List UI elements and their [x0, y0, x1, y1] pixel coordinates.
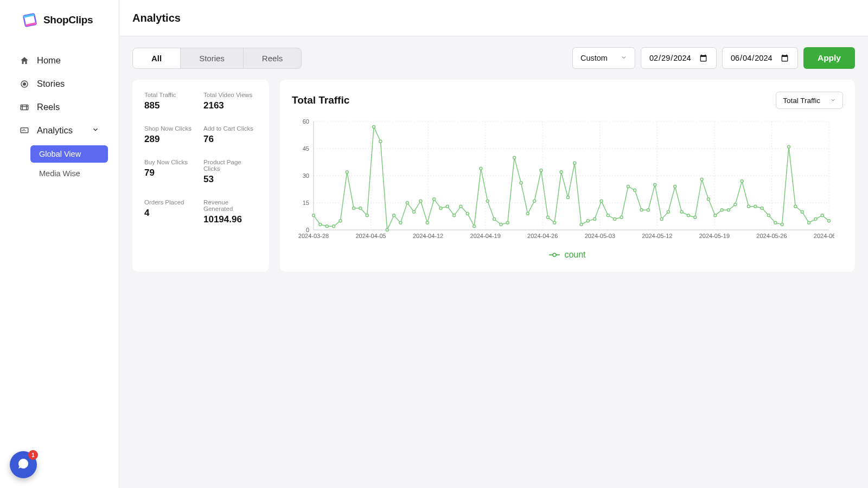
- svg-point-83: [674, 185, 676, 188]
- svg-text:60: 60: [303, 119, 309, 125]
- stat-shop-now: Shop Now Clicks289: [144, 125, 198, 145]
- svg-point-34: [346, 171, 348, 174]
- svg-point-87: [700, 178, 703, 181]
- nav-label: Analytics: [37, 125, 73, 136]
- subnav-media-wise[interactable]: Media Wise: [30, 165, 108, 182]
- film-icon: [22, 12, 38, 28]
- svg-point-38: [373, 126, 375, 129]
- date-end[interactable]: [722, 47, 798, 69]
- svg-text:30: 30: [303, 172, 309, 179]
- target-icon: [20, 79, 29, 89]
- stat-value: 4: [144, 208, 198, 219]
- stat-value: 76: [203, 134, 257, 145]
- topbar: Analytics: [119, 0, 868, 36]
- svg-text:15: 15: [303, 200, 309, 206]
- chevron-down-icon: [830, 97, 836, 105]
- svg-point-118: [553, 253, 556, 256]
- svg-point-91: [727, 209, 730, 211]
- svg-point-105: [821, 214, 824, 217]
- svg-point-32: [333, 225, 335, 228]
- chart-title: Total Traffic: [292, 94, 349, 106]
- sidebar-item-stories[interactable]: Stories: [11, 72, 108, 95]
- chat-fab[interactable]: 1: [10, 451, 37, 478]
- stat-add-cart: Add to Cart Clicks76: [203, 125, 257, 145]
- svg-point-102: [801, 210, 803, 213]
- stat-label: Revenue Generated: [203, 199, 257, 212]
- svg-text:2024-03-28: 2024-03-28: [298, 233, 329, 239]
- chart-metric-value: Total Traffic: [783, 97, 820, 105]
- app-name: ShopClips: [43, 14, 93, 26]
- stat-video-views: Total Video Views2163: [203, 92, 257, 111]
- svg-point-42: [399, 221, 402, 224]
- svg-point-47: [433, 198, 436, 201]
- svg-point-101: [794, 205, 797, 208]
- range-select[interactable]: Custom: [572, 47, 635, 69]
- date-end-input[interactable]: [730, 53, 790, 63]
- svg-point-31: [326, 225, 328, 228]
- sidebar-item-reels[interactable]: Reels: [11, 95, 108, 119]
- filters: Custom Apply: [572, 47, 855, 69]
- chart-card: Total Traffic Total Traffic 015304560202…: [280, 80, 855, 272]
- svg-point-52: [466, 213, 469, 215]
- svg-point-56: [493, 218, 496, 221]
- svg-text:2024-05-12: 2024-05-12: [642, 233, 672, 239]
- svg-rect-5: [21, 105, 28, 110]
- content: Total Traffic885 Total Video Views2163 S…: [119, 69, 868, 282]
- legend-label: count: [564, 250, 585, 260]
- svg-point-74: [614, 218, 616, 221]
- svg-point-89: [714, 214, 717, 217]
- svg-point-61: [526, 213, 529, 215]
- stat-label: Shop Now Clicks: [144, 125, 198, 132]
- stat-product-page: Product Page Clicks53: [203, 159, 257, 185]
- reel-icon: [20, 102, 29, 112]
- tab-stories[interactable]: Stories: [181, 48, 244, 68]
- chevron-down-icon: [92, 125, 99, 136]
- svg-point-94: [747, 205, 750, 208]
- tab-reels[interactable]: Reels: [244, 48, 301, 68]
- svg-point-49: [446, 205, 449, 208]
- svg-point-46: [426, 221, 429, 224]
- chart-metric-select[interactable]: Total Traffic: [776, 92, 843, 109]
- sidebar: ShopClips Home Stories Reels Analytics G…: [0, 0, 119, 488]
- sidebar-item-home[interactable]: Home: [11, 49, 108, 72]
- svg-point-57: [500, 223, 502, 226]
- svg-point-85: [687, 214, 690, 217]
- subnav-global-view[interactable]: Global View: [30, 145, 108, 163]
- apply-button[interactable]: Apply: [803, 47, 855, 69]
- svg-point-50: [453, 214, 456, 217]
- tab-all[interactable]: All: [133, 48, 181, 68]
- svg-point-54: [480, 167, 482, 170]
- main: Analytics All Stories Reels Custom Apply…: [119, 0, 868, 488]
- svg-point-82: [667, 210, 669, 213]
- svg-point-41: [393, 214, 395, 217]
- stat-label: Total Traffic: [144, 92, 198, 98]
- svg-point-72: [600, 200, 603, 202]
- svg-point-37: [366, 214, 368, 217]
- svg-point-97: [767, 214, 770, 217]
- stat-value: 10194.96: [203, 214, 257, 225]
- chevron-down-icon: [621, 54, 627, 62]
- nav-label: Stories: [37, 79, 65, 89]
- svg-point-70: [586, 220, 589, 222]
- stat-buy-now: Buy Now Clicks79: [144, 159, 198, 185]
- svg-point-75: [620, 216, 623, 219]
- svg-point-64: [546, 216, 549, 219]
- logo: ShopClips: [0, 0, 119, 39]
- svg-point-92: [734, 203, 737, 206]
- stat-label: Orders Placed: [144, 199, 198, 206]
- stat-total-traffic: Total Traffic885: [144, 92, 198, 111]
- chat-icon: [17, 457, 30, 472]
- date-start-input[interactable]: [649, 53, 709, 63]
- svg-text:2024-05-26: 2024-05-26: [756, 233, 787, 239]
- svg-point-78: [640, 209, 643, 211]
- svg-point-99: [781, 223, 783, 226]
- svg-point-59: [513, 156, 516, 159]
- nav-label: Home: [37, 55, 61, 66]
- svg-point-90: [720, 209, 723, 211]
- stat-value: 289: [144, 134, 198, 145]
- date-start[interactable]: [641, 47, 717, 69]
- svg-point-76: [627, 185, 629, 188]
- sidebar-item-analytics[interactable]: Analytics: [11, 119, 108, 142]
- stat-label: Buy Now Clicks: [144, 159, 198, 165]
- chat-badge: 1: [28, 450, 38, 460]
